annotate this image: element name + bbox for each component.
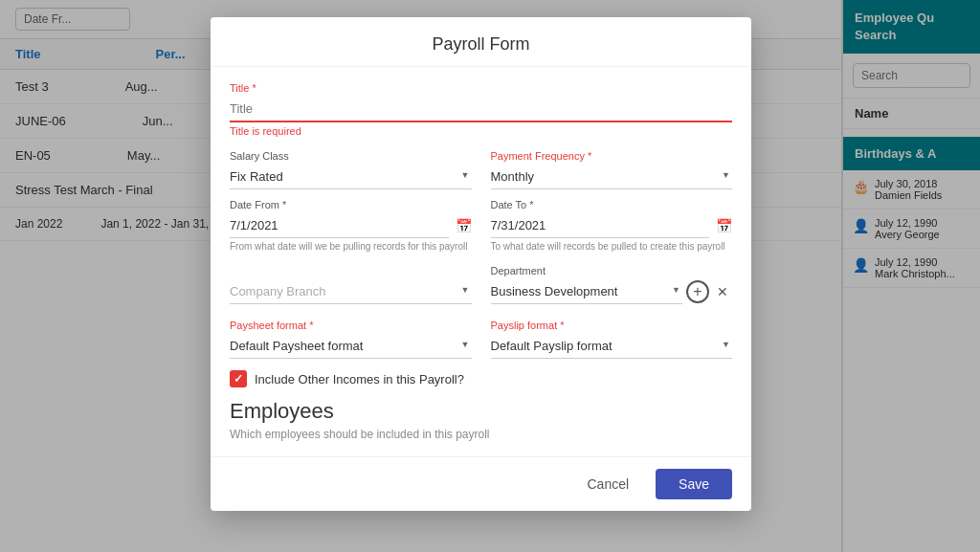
include-other-incomes-row[interactable]: Include Other Incomes in this Payroll? <box>230 370 732 387</box>
date-to-label: Date To * <box>491 199 733 210</box>
paysheet-format-select-wrapper[interactable]: Default Paysheet format <box>230 334 472 359</box>
department-select-wrapper[interactable]: Business Development HR Finance IT <box>491 279 683 304</box>
department-remove-button[interactable]: ✕ <box>713 282 732 301</box>
paysheet-format-field: Paysheet format * Default Paysheet forma… <box>230 320 472 359</box>
date-from-input[interactable] <box>230 213 449 238</box>
payslip-format-select[interactable]: Default Payslip format <box>491 334 733 359</box>
date-from-hint: From what date will we be pulling record… <box>230 241 472 252</box>
employees-section: Employees Which employees should be incl… <box>230 399 732 441</box>
date-from-input-wrap[interactable]: 📅 <box>230 213 472 238</box>
date-from-label: Date From * <box>230 199 472 210</box>
date-from-field: Date From * 📅 From what date will we be … <box>230 199 472 252</box>
cancel-button[interactable]: Cancel <box>571 469 644 499</box>
company-branch-field: Company Branch Branch 1 Branch 2 <box>230 279 472 304</box>
modal-footer: Cancel Save <box>211 456 751 511</box>
modal-body: Title * Title is required Salary Class F… <box>211 67 751 456</box>
date-to-field: Date To * 📅 To what date will records be… <box>491 199 733 252</box>
department-row: Business Development HR Finance IT + ✕ <box>491 279 733 304</box>
title-error-message: Title is required <box>230 125 732 137</box>
include-other-incomes-checkbox[interactable] <box>230 370 247 387</box>
save-button[interactable]: Save <box>656 469 732 499</box>
department-select[interactable]: Business Development HR Finance IT <box>491 279 683 304</box>
include-other-incomes-label: Include Other Incomes in this Payroll? <box>255 372 464 386</box>
salary-class-label: Salary Class <box>230 150 472 162</box>
payment-frequency-select-wrapper[interactable]: Monthly Weekly Bi-Weekly <box>491 165 733 189</box>
title-label: Title * <box>230 82 732 94</box>
department-add-button[interactable]: + <box>686 280 709 303</box>
payment-frequency-select[interactable]: Monthly Weekly Bi-Weekly <box>491 165 733 189</box>
payslip-format-field: Payslip format * Default Payslip format <box>491 320 733 359</box>
date-to-calendar-icon[interactable]: 📅 <box>716 218 732 233</box>
title-input[interactable] <box>230 97 732 122</box>
payment-frequency-field: Payment Frequency * Monthly Weekly Bi-We… <box>491 150 733 189</box>
date-to-input-wrap[interactable]: 📅 <box>491 213 733 238</box>
date-from-calendar-icon[interactable]: 📅 <box>456 218 472 233</box>
date-to-input[interactable] <box>491 213 710 238</box>
format-row: Paysheet format * Default Paysheet forma… <box>230 320 732 359</box>
company-branch-select-wrapper[interactable]: Company Branch Branch 1 Branch 2 <box>230 279 472 304</box>
salary-frequency-row: Salary Class Fix Rated Hourly Commission… <box>230 150 732 189</box>
paysheet-format-select[interactable]: Default Paysheet format <box>230 334 472 359</box>
department-field: Department Business Development HR Finan… <box>491 265 733 304</box>
employees-section-title: Employees <box>230 399 732 424</box>
payslip-format-select-wrapper[interactable]: Default Payslip format <box>491 334 733 359</box>
title-field: Title * Title is required <box>230 82 732 137</box>
paysheet-format-label: Paysheet format * <box>230 320 472 331</box>
payment-frequency-label: Payment Frequency * <box>491 150 733 162</box>
dates-row: Date From * 📅 From what date will we be … <box>230 199 732 252</box>
payroll-form-modal: Payroll Form Title * Title is required S… <box>211 17 751 511</box>
department-label: Department <box>491 265 733 276</box>
employees-section-subtitle: Which employees should be included in th… <box>230 428 732 441</box>
payslip-format-label: Payslip format * <box>491 320 733 331</box>
branch-dept-row: Company Branch Branch 1 Branch 2 Departm… <box>230 265 732 304</box>
salary-class-select[interactable]: Fix Rated Hourly Commission <box>230 165 472 189</box>
date-to-hint: To what date will records be pulled to c… <box>491 241 733 252</box>
salary-class-field: Salary Class Fix Rated Hourly Commission <box>230 150 472 189</box>
modal-title: Payroll Form <box>211 17 751 67</box>
company-branch-select[interactable]: Company Branch Branch 1 Branch 2 <box>230 279 472 304</box>
salary-class-select-wrapper[interactable]: Fix Rated Hourly Commission <box>230 165 472 189</box>
